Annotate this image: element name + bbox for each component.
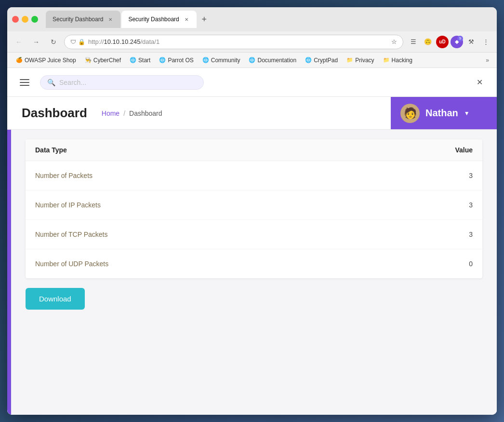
row-label: Number of TCP Packets bbox=[35, 231, 434, 238]
close-window-button[interactable] bbox=[12, 16, 19, 23]
row-value: 3 bbox=[434, 201, 473, 209]
main-layout: Data Type Value Number of Packets 3 Numb… bbox=[7, 130, 497, 415]
user-section[interactable]: 🧑 Nathan ▼ bbox=[391, 97, 497, 129]
privacy-icon: 📁 bbox=[346, 57, 353, 63]
bookmark-cyberchef-label: CyberChef bbox=[93, 57, 121, 64]
cryptpad-icon: 🌐 bbox=[305, 57, 312, 63]
wrench-icon[interactable]: ⚒ bbox=[465, 36, 477, 48]
bookmark-parrot[interactable]: 🌐 Parrot OS bbox=[155, 55, 197, 66]
maximize-window-button[interactable] bbox=[31, 16, 38, 23]
bookmark-owasp-label: OWASP Juice Shop bbox=[25, 57, 76, 64]
breadcrumb: Home / Dashboard bbox=[102, 109, 162, 117]
bookmark-privacy[interactable]: 📁 Privacy bbox=[343, 55, 378, 66]
traffic-lights bbox=[12, 16, 38, 23]
data-table: Data Type Value Number of Packets 3 Numb… bbox=[26, 139, 482, 278]
row-label: Number of Packets bbox=[35, 172, 434, 179]
tab-1[interactable]: Security Dashboard ✕ bbox=[46, 11, 120, 28]
bookmark-parrot-label: Parrot OS bbox=[168, 57, 193, 64]
tab-1-close[interactable]: ✕ bbox=[107, 16, 114, 23]
breadcrumb-separator: / bbox=[123, 109, 125, 117]
address-security-icons: 🛡 🔒 bbox=[70, 39, 85, 45]
navbar: ← → ↻ 🛡 🔒 http://10.10.10.245/data/1 ☆ ☰… bbox=[7, 31, 497, 53]
download-section: Download bbox=[26, 288, 482, 310]
mask-icon[interactable]: 🙃 bbox=[422, 36, 434, 48]
reload-button[interactable]: ↻ bbox=[47, 35, 60, 49]
url-protocol: http:// bbox=[88, 38, 104, 45]
user-name: Nathan bbox=[425, 108, 458, 119]
row-value: 3 bbox=[434, 231, 473, 238]
sidebar-strip bbox=[7, 130, 11, 415]
bookmark-privacy-label: Privacy bbox=[355, 57, 374, 64]
new-tab-button[interactable]: + bbox=[198, 13, 211, 26]
bookmark-cryptpad[interactable]: 🌐 CryptPad bbox=[301, 55, 342, 66]
minimize-window-button[interactable] bbox=[22, 16, 28, 23]
data-area: Data Type Value Number of Packets 3 Numb… bbox=[11, 130, 497, 415]
table-row: Number of Packets 3 bbox=[26, 161, 482, 191]
url-path: /data/1 bbox=[140, 38, 159, 45]
search-icon: 🔍 bbox=[47, 79, 55, 86]
lock-icon: 🔒 bbox=[78, 39, 85, 45]
start-icon: 🌐 bbox=[130, 57, 136, 63]
bookmark-community[interactable]: 🌐 Community bbox=[199, 55, 244, 66]
hamburger-line-2 bbox=[20, 82, 29, 83]
hamburger-line-1 bbox=[20, 79, 29, 80]
table-row: Number of IP Packets 3 bbox=[26, 191, 482, 220]
extension-purple-icon[interactable]: ◆ 9 bbox=[451, 36, 463, 48]
bookmarks-more-button[interactable]: » bbox=[483, 55, 492, 66]
nav-extras: ☰ 🙃 uD ◆ 9 ⚒ ⋮ bbox=[407, 36, 492, 48]
hamburger-line-3 bbox=[20, 85, 29, 86]
table-row: Number of UDP Packets 0 bbox=[26, 249, 482, 278]
browser-window: Security Dashboard ✕ Security Dashboard … bbox=[7, 7, 497, 415]
back-button[interactable]: ← bbox=[12, 35, 26, 49]
app-header: 🔍 ✕ bbox=[7, 68, 497, 97]
bookmark-hacking[interactable]: 📁 Hacking bbox=[379, 55, 416, 66]
tab-bar: Security Dashboard ✕ Security Dashboard … bbox=[46, 11, 492, 28]
bookmark-owasp[interactable]: 🍊 OWASP Juice Shop bbox=[12, 55, 80, 66]
expand-button[interactable]: ✕ bbox=[472, 75, 487, 90]
tab-2-label: Security Dashboard bbox=[128, 16, 179, 23]
tab-2[interactable]: Security Dashboard ✕ bbox=[121, 11, 196, 28]
parrot-icon: 🌐 bbox=[159, 57, 166, 63]
bookmark-start-label: Start bbox=[138, 57, 150, 64]
table-rows: Number of Packets 3 Number of IP Packets… bbox=[26, 161, 482, 278]
hamburger-menu[interactable] bbox=[17, 75, 32, 90]
bookmark-docs[interactable]: 🌐 Documentation bbox=[245, 55, 300, 66]
url-host: 10.10.10.245 bbox=[104, 38, 141, 45]
download-button[interactable]: Download bbox=[26, 288, 85, 310]
table-row: Number of TCP Packets 3 bbox=[26, 220, 482, 249]
forward-button[interactable]: → bbox=[29, 35, 43, 49]
address-url: http://10.10.10.245/data/1 bbox=[88, 38, 388, 45]
bookmark-hacking-label: Hacking bbox=[392, 57, 412, 64]
titlebar: Security Dashboard ✕ Security Dashboard … bbox=[7, 7, 497, 31]
community-icon: 🌐 bbox=[202, 57, 209, 63]
chevron-down-icon: ▼ bbox=[464, 110, 470, 117]
star-icon[interactable]: ☆ bbox=[391, 38, 397, 45]
bookmark-cryptpad-label: CryptPad bbox=[314, 57, 338, 64]
breadcrumb-home-link[interactable]: Home bbox=[102, 109, 119, 117]
column-data-type-header: Data Type bbox=[35, 146, 434, 154]
bookmark-icon[interactable]: ☰ bbox=[407, 36, 420, 48]
extension-badge: 9 bbox=[457, 36, 463, 41]
row-value: 3 bbox=[434, 172, 473, 179]
search-input[interactable] bbox=[59, 79, 197, 86]
menu-icon[interactable]: ⋮ bbox=[479, 36, 492, 48]
address-bar[interactable]: 🛡 🔒 http://10.10.10.245/data/1 ☆ bbox=[64, 35, 403, 49]
table-header: Data Type Value bbox=[26, 139, 482, 161]
bookmark-cyberchef[interactable]: 👨‍🍳 CyberChef bbox=[81, 55, 125, 66]
page-title: Dashboard bbox=[22, 106, 87, 121]
column-value-header: Value bbox=[434, 146, 473, 154]
docs-icon: 🌐 bbox=[249, 57, 255, 63]
bookmark-start[interactable]: 🌐 Start bbox=[126, 55, 154, 66]
row-label: Number of UDP Packets bbox=[35, 260, 434, 268]
breadcrumb-current: Dashboard bbox=[129, 109, 162, 117]
tab-2-close[interactable]: ✕ bbox=[183, 16, 190, 23]
bookmark-community-label: Community bbox=[211, 57, 240, 64]
ublock-icon[interactable]: uD bbox=[436, 36, 449, 48]
avatar: 🧑 bbox=[400, 104, 420, 123]
page-header: Dashboard Home / Dashboard 🧑 Nathan ▼ bbox=[7, 97, 497, 130]
hacking-icon: 📁 bbox=[383, 57, 390, 63]
app-content: 🔍 ✕ Dashboard Home / Dashboard 🧑 Nathan … bbox=[7, 68, 497, 415]
cyberchef-icon: 👨‍🍳 bbox=[85, 57, 92, 63]
search-box[interactable]: 🔍 bbox=[40, 75, 204, 90]
row-label: Number of IP Packets bbox=[35, 201, 434, 209]
